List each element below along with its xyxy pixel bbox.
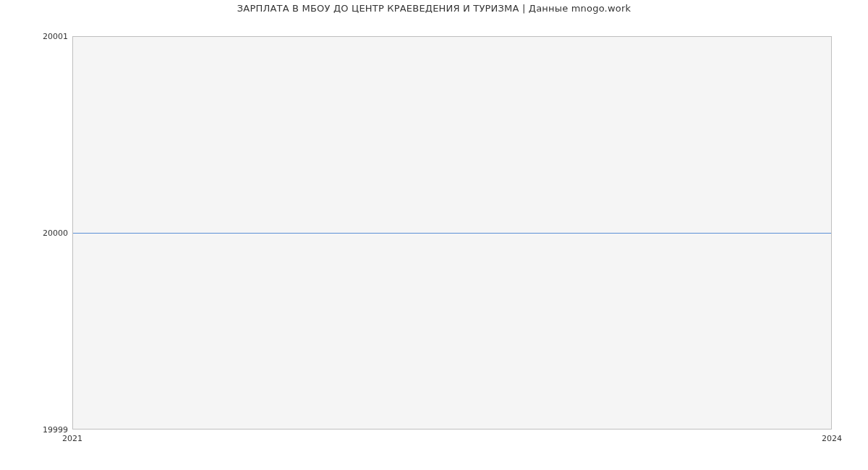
plot-area bbox=[72, 36, 832, 430]
y-tick-label: 19999 bbox=[3, 425, 68, 435]
y-tick-label: 20001 bbox=[3, 32, 68, 41]
x-tick-label: 2024 bbox=[822, 434, 842, 443]
y-tick-label: 20000 bbox=[3, 228, 68, 238]
chart-title: ЗАРПЛАТА В МБОУ ДО ЦЕНТР КРАЕВЕДЕНИЯ И Т… bbox=[0, 3, 868, 14]
data-line-salary bbox=[73, 233, 831, 234]
chart-container: ЗАРПЛАТА В МБОУ ДО ЦЕНТР КРАЕВЕДЕНИЯ И Т… bbox=[0, 0, 868, 470]
x-tick-label: 2021 bbox=[62, 434, 82, 443]
